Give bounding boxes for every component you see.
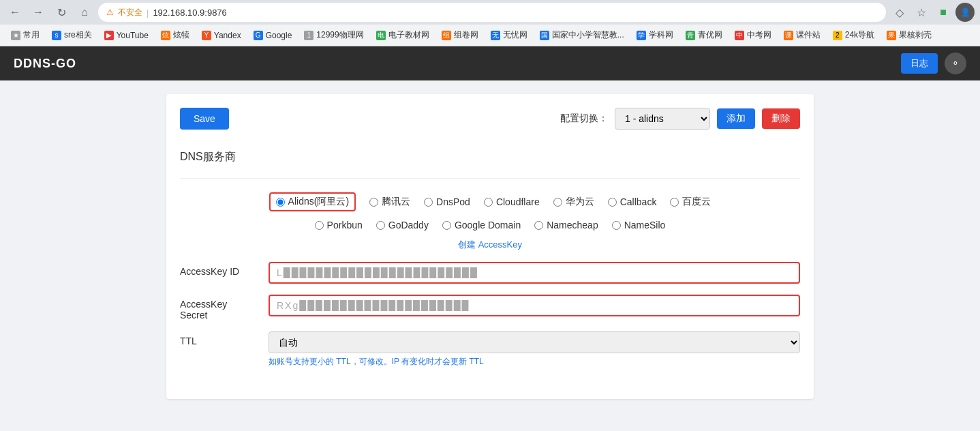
yandex-icon: Y [202, 31, 211, 40]
delete-button[interactable]: 删除 [762, 108, 800, 129]
radio-dnspod-input[interactable] [424, 198, 433, 207]
address-bar[interactable]: ⚠ 不安全 | 192.168.10.9:9876 [98, 3, 886, 22]
browser-right-icons: ◇ ☆ ■ 👤 [890, 3, 975, 22]
bookmarks-bar: ★ 常用 s sre相关 ▶ YouTube 炫 炫犊 Y Yandex G G… [0, 25, 980, 46]
bookmark-icon: 电 [376, 31, 386, 40]
bookmark-icon: s [52, 31, 61, 40]
radio-googledomain[interactable]: Google Domain [442, 220, 521, 231]
radio-googledomain-label: Google Domain [455, 220, 521, 231]
bookmark-item[interactable]: 青 青优网 [680, 28, 728, 42]
bookmark-label: 炫犊 [173, 29, 189, 41]
bookmark-item[interactable]: 2 24k导航 [827, 28, 880, 42]
radio-godaddy[interactable]: GoDaddy [376, 220, 429, 231]
bookmark-icon: ★ [11, 31, 20, 40]
bookmark-item[interactable]: 学 学科网 [631, 28, 679, 42]
radio-huaweicloud-input[interactable] [553, 198, 562, 207]
radio-porkbun[interactable]: Porkbun [315, 220, 363, 231]
ttl-select[interactable]: 自动 60 120 300 600 [269, 331, 800, 353]
log-button[interactable]: 日志 [901, 53, 938, 74]
config-switch: 配置切换： 1 - alidns 2 - default 添加 删除 [560, 108, 800, 130]
config-select[interactable]: 1 - alidns 2 - default [615, 108, 710, 130]
user-icon[interactable]: ⚬ [945, 53, 966, 74]
ttl-label: TTL [180, 331, 269, 346]
home-button[interactable]: ⌂ [75, 3, 94, 22]
main-content: Save 配置切换： 1 - alidns 2 - default 添加 删除 … [0, 80, 980, 431]
bookmark-item[interactable]: ▶ YouTube [99, 29, 154, 42]
forward-button[interactable]: → [29, 3, 48, 22]
extensions-button[interactable]: ◇ [890, 3, 909, 22]
radio-cloudflare[interactable]: Cloudflare [484, 196, 540, 207]
radio-namecheap[interactable]: Namecheap [534, 220, 598, 231]
bookmark-button[interactable]: ☆ [912, 3, 931, 22]
app-title: DDNS-GO [14, 57, 76, 71]
bookmark-icon: 无 [491, 31, 500, 40]
radio-googledomain-input[interactable] [442, 221, 451, 230]
bookmark-item[interactable]: 组 组卷网 [436, 28, 484, 42]
accesskey-id-input[interactable] [269, 262, 800, 284]
bookmark-item[interactable]: G Google [248, 29, 298, 42]
radio-namecheap-input[interactable] [534, 221, 543, 230]
bookmark-label: Yandex [214, 31, 241, 40]
bookmark-icon: 学 [637, 31, 646, 40]
bookmark-item[interactable]: 电 电子教材网 [371, 28, 435, 42]
config-switch-label: 配置切换： [560, 113, 608, 125]
radio-baiduyun-input[interactable] [670, 198, 679, 207]
url-text: 192.168.10.9:9876 [153, 8, 226, 18]
back-button[interactable]: ← [5, 3, 25, 22]
radio-callback-input[interactable] [608, 198, 617, 207]
dns-section-title: DNS服务商 [180, 150, 800, 164]
bookmark-item[interactable]: 炫 炫犊 [155, 28, 195, 42]
ttl-hint: 如账号支持更小的 TTL，可修改。IP 有变化时才会更新 TTL [269, 356, 800, 368]
radio-godaddy-input[interactable] [376, 221, 385, 230]
bookmark-icon: 2 [833, 31, 842, 40]
accesskey-id-row: AccessKey ID [180, 262, 800, 284]
bookmark-item[interactable]: 无 无忧网 [485, 28, 533, 42]
accesskey-secret-label: AccessKey Secret [180, 295, 269, 321]
radio-porkbun-input[interactable] [315, 221, 324, 230]
toolbar-row: Save 配置切换： 1 - alidns 2 - default 添加 删除 [180, 108, 800, 130]
radio-dnspod-label: DnsPod [436, 196, 470, 207]
profile-button[interactable]: 👤 [955, 3, 975, 22]
radio-namesilo-label: NameSilo [624, 220, 666, 231]
add-button[interactable]: 添加 [717, 108, 755, 129]
radio-callback[interactable]: Callback [608, 196, 657, 207]
radio-baiduyun[interactable]: 百度云 [670, 196, 711, 208]
accesskey-id-field [269, 262, 800, 284]
shield-icon[interactable]: ■ [934, 3, 953, 22]
radio-cloudflare-label: Cloudflare [496, 196, 540, 207]
radio-huaweicloud[interactable]: 华为云 [553, 196, 594, 208]
save-button[interactable]: Save [180, 108, 229, 130]
radio-porkbun-label: Porkbun [327, 220, 363, 231]
radio-tencent[interactable]: 腾讯云 [369, 196, 410, 208]
radio-alidns[interactable]: Alidns(阿里云) [269, 192, 356, 211]
bookmark-item[interactable]: Y Yandex [196, 29, 247, 42]
accesskey-secret-input[interactable] [269, 295, 800, 316]
bookmark-item[interactable]: 课 课件站 [778, 28, 826, 42]
bookmark-item[interactable]: ★ 常用 [5, 28, 45, 42]
refresh-button[interactable]: ↻ [52, 3, 71, 22]
radio-namesilo-input[interactable] [612, 221, 621, 230]
radio-cloudflare-input[interactable] [484, 198, 493, 207]
browser-toolbar: ← → ↻ ⌂ ⚠ 不安全 | 192.168.10.9:9876 ◇ ☆ ■ … [0, 0, 980, 25]
app-header: DDNS-GO 日志 ⚬ [0, 46, 980, 80]
radio-dnspod[interactable]: DnsPod [424, 196, 470, 207]
radio-namesilo[interactable]: NameSilo [612, 220, 666, 231]
bookmark-label: 中考网 [747, 29, 771, 41]
radio-huaweicloud-label: 华为云 [566, 196, 594, 208]
bookmark-item[interactable]: 国 国家中小学智慧教... [534, 28, 630, 42]
bookmark-icon: 中 [735, 31, 744, 40]
radio-alidns-input[interactable] [276, 198, 285, 207]
dns-providers-row1: Alidns(阿里云) 腾讯云 DnsPod Cloudflare 华为云 [180, 192, 800, 211]
bookmark-icon: 1 [304, 31, 313, 40]
bookmark-item[interactable]: 果 果核剥壳 [881, 28, 937, 42]
accesskey-secret-field [269, 295, 800, 316]
radio-tencent-input[interactable] [369, 198, 378, 207]
bookmark-item[interactable]: 中 中考网 [729, 28, 777, 42]
bookmark-label: 学科网 [649, 29, 673, 41]
ttl-row: TTL 自动 60 120 300 600 如账号支持更小的 TTL，可修改。I… [180, 331, 800, 368]
create-accesskey-link[interactable]: 创建 AccessKey [180, 239, 800, 251]
bookmark-label: 课件站 [796, 29, 821, 41]
bookmark-item[interactable]: s sre相关 [46, 28, 97, 42]
bookmark-item[interactable]: 1 12999物理网 [298, 28, 369, 42]
accesskey-id-label: AccessKey ID [180, 262, 269, 277]
